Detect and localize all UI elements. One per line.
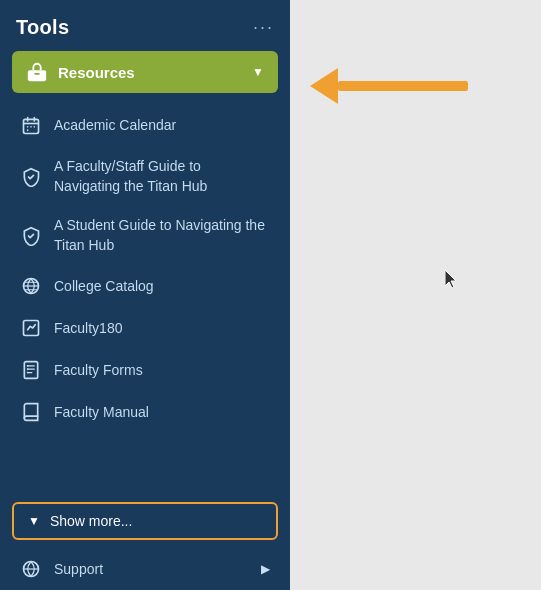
calendar-icon	[20, 115, 42, 137]
menu-item-faculty180-label: Faculty180	[54, 319, 270, 339]
sidebar: Tools ··· Resources ▼	[0, 0, 290, 590]
cursor-indicator	[445, 270, 461, 286]
svg-rect-8	[24, 321, 39, 336]
menu-item-faculty-forms[interactable]: Faculty Forms	[0, 349, 290, 391]
show-more-button[interactable]: ▼ Show more...	[12, 502, 278, 540]
support-label: Support	[54, 561, 103, 577]
support-item[interactable]: Support ▶	[0, 548, 290, 590]
sidebar-header: Tools ···	[0, 16, 290, 51]
forms-icon	[20, 359, 42, 381]
svg-rect-11	[27, 369, 29, 371]
menu-item-academic-calendar-label: Academic Calendar	[54, 116, 270, 136]
menu-item-faculty-staff-guide-label: A Faculty/Staff Guide to Navigating the …	[54, 157, 270, 196]
menu-item-faculty-manual-label: Faculty Manual	[54, 403, 270, 423]
svg-rect-1	[34, 73, 40, 75]
resources-chevron-icon: ▼	[252, 65, 264, 79]
menu-item-college-catalog[interactable]: College Catalog	[0, 265, 290, 307]
globe-icon	[20, 275, 42, 297]
svg-rect-0	[28, 70, 46, 81]
arrow-indicator	[310, 68, 468, 104]
svg-rect-10	[27, 365, 29, 367]
book-icon	[20, 401, 42, 423]
toolbox-icon	[26, 61, 48, 83]
menu-list: Academic Calendar A Faculty/Staff Guide …	[0, 101, 290, 498]
svg-point-6	[27, 129, 29, 131]
svg-point-5	[34, 126, 36, 128]
menu-item-student-guide[interactable]: A Student Guide to Navigating the Titan …	[0, 206, 290, 265]
arrow-head	[310, 68, 338, 104]
navigate-icon-2	[20, 225, 42, 247]
svg-rect-12	[27, 372, 29, 374]
main-area	[290, 0, 541, 590]
navigate-icon-1	[20, 166, 42, 188]
show-more-chevron-icon: ▼	[28, 514, 40, 528]
menu-item-faculty180[interactable]: Faculty180	[0, 307, 290, 349]
menu-item-faculty-forms-label: Faculty Forms	[54, 361, 270, 381]
arrow-body	[338, 81, 468, 91]
menu-item-faculty-staff-guide[interactable]: A Faculty/Staff Guide to Navigating the …	[0, 147, 290, 206]
resources-label: Resources	[58, 64, 135, 81]
menu-item-faculty-manual[interactable]: Faculty Manual	[0, 391, 290, 433]
support-globe-icon	[20, 558, 42, 580]
show-more-label: Show more...	[50, 513, 132, 529]
svg-point-4	[30, 126, 32, 128]
menu-item-college-catalog-label: College Catalog	[54, 277, 270, 297]
sidebar-title: Tools	[16, 16, 69, 39]
support-chevron-icon: ▶	[261, 562, 270, 576]
menu-item-academic-calendar[interactable]: Academic Calendar	[0, 105, 290, 147]
resources-button[interactable]: Resources ▼	[12, 51, 278, 93]
more-options-icon[interactable]: ···	[253, 17, 274, 38]
svg-rect-9	[24, 362, 37, 379]
chart-icon	[20, 317, 42, 339]
menu-item-student-guide-label: A Student Guide to Navigating the Titan …	[54, 216, 270, 255]
svg-point-3	[27, 126, 29, 128]
